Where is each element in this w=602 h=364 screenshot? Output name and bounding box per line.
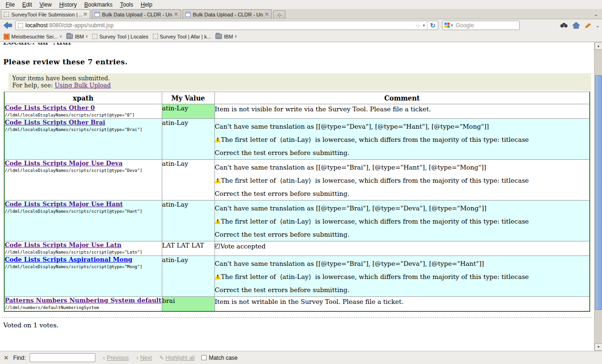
warning-icon	[215, 178, 221, 183]
bookmark-ibm-folder-2[interactable]: IBM ∨	[214, 33, 240, 40]
navigation-bar: localhost :8080/cldr-apps/submit.jsp ☆ ▼…	[0, 20, 602, 31]
column-header-my-value: My Value	[162, 92, 214, 104]
xpath-link[interactable]: Patterns Numbers Numbering System defaul…	[5, 297, 161, 304]
xpath-cell: Code Lists Scripts Aspirational Mong//ld…	[4, 256, 162, 297]
binoculars-icon[interactable]	[560, 23, 568, 28]
menu-history[interactable]: History	[55, 0, 80, 9]
bookmark-ibm-folder-1[interactable]: IBM ∨	[65, 33, 91, 40]
previous-chevron-icon: ‹	[103, 354, 105, 361]
vertical-scrollbar[interactable]: ▲ ▼	[594, 42, 602, 351]
highlight-all-button[interactable]: ✎ Highlight all	[159, 355, 195, 361]
xpath-cell: Code Lists Scripts Other Brai//ldml/loca…	[4, 119, 162, 160]
new-tab-button[interactable]: ⊹	[273, 10, 285, 19]
findbar-close-icon[interactable]: ✕	[4, 355, 8, 361]
xpath-cell: Patterns Numbers Numbering System defaul…	[4, 297, 162, 312]
scrollbar-down-icon[interactable]: ▼	[594, 343, 602, 351]
new-tab-icon: ⊹	[277, 12, 282, 18]
table-row: Code Lists Scripts Other Brai//ldml/loca…	[4, 119, 590, 160]
xpath-link[interactable]: Code Lists Scripts Other Brai	[5, 119, 105, 126]
tab-close-icon[interactable]: ✕	[173, 11, 178, 17]
match-case-toggle[interactable]: Match case	[201, 355, 238, 361]
find-next-button[interactable]: › Next	[136, 354, 152, 361]
tab-title: Bulk Data Upload - CLDR - Un...	[102, 12, 173, 17]
tab-close-icon[interactable]: ✕	[263, 11, 269, 17]
home-icon[interactable]	[572, 22, 580, 29]
favicon-placeholder-icon	[92, 34, 97, 39]
url-bar[interactable]: localhost :8080/cldr-apps/submit.jsp ☆ ▼…	[15, 21, 438, 30]
table-header-row: xpath My Value Comment	[4, 92, 590, 104]
comment-text: The first letter of ⟨atin-Lay⟩ is lowerc…	[221, 217, 529, 225]
tab-close-icon[interactable]: ✕	[82, 11, 87, 17]
column-header-comment: Comment	[214, 92, 590, 104]
urlbar-dropdown-icon[interactable]: ▼	[422, 23, 426, 28]
bookmark-survey-tool-locales[interactable]: Survey Tool | Locales	[91, 33, 151, 40]
search-engine-dropdown-icon[interactable]: ▼	[450, 23, 454, 28]
comment-line: Correct the test errors before submittin…	[215, 187, 590, 200]
back-button[interactable]	[2, 21, 13, 30]
menu-file[interactable]: File	[2, 0, 18, 9]
menu-bookmarks[interactable]: Bookmarks	[80, 0, 116, 9]
notice-line-2: For help, see: Using Bulk Upload	[12, 82, 587, 89]
xpath-path: //ldml/localeDisplayNames/scripts/script…	[5, 264, 143, 269]
addon-icon[interactable]	[585, 23, 591, 28]
comment-cell: Can't have same translation as [[@type="…	[214, 201, 590, 241]
xpath-path: //ldml/localeDisplayNames/scripts/script…	[5, 127, 143, 132]
comment-text: Can't have same translation as [[@type="…	[215, 204, 487, 212]
page-content: Locale: aa 'Afar' Please review these 7 …	[0, 42, 594, 351]
scrollbar-thumb[interactable]	[595, 75, 602, 310]
table-row: Patterns Numbers Numbering System defaul…	[4, 297, 590, 312]
my-value-cell: atin-Lay	[162, 160, 214, 201]
xpath-link[interactable]: Code Lists Scripts Major Use Deva	[5, 160, 123, 167]
search-box[interactable]: ▼	[442, 21, 520, 30]
bookmark-star-icon[interactable]: ☆	[415, 22, 421, 29]
tab-bulk-upload-1[interactable]: Bulk Data Upload - CLDR - Un... ✕	[92, 9, 181, 19]
toolbar-overflow-chevron-icon[interactable]: ⌄	[596, 23, 600, 28]
xpath-link[interactable]: Code Lists Scripts Major Use Latn	[5, 241, 121, 248]
checkbox-checked-icon	[215, 244, 220, 248]
menu-help[interactable]: Help	[137, 0, 156, 9]
using-bulk-upload-link[interactable]: Using Bulk Upload	[55, 82, 111, 89]
bookmark-survey-tool-afar[interactable]: Survey Tool | Afar | k...	[151, 33, 214, 40]
tab-surveytool-submission[interactable]: SurveyTool File Submission | ... ✕	[1, 9, 90, 19]
search-input[interactable]	[456, 22, 517, 29]
comment-text: Correct the test errors before submittin…	[215, 190, 349, 197]
menu-bar: File Edit View History Bookmarks Tools H…	[0, 0, 602, 9]
find-input[interactable]	[30, 353, 95, 362]
comment-line: Correct the test errors before submittin…	[215, 283, 590, 296]
comment-cell: Can't have same translation as [[@type="…	[214, 119, 590, 160]
menu-tools[interactable]: Tools	[116, 0, 137, 9]
submission-notice: Your items have been submitted. For help…	[8, 73, 591, 91]
bookmark-most-visited[interactable]: Meistbesuchte Sei... ∨	[2, 33, 65, 40]
xpath-cell: Code Lists Scripts Major Use Hant//ldml/…	[4, 201, 162, 241]
tab-list-chevron-icon[interactable]: ⌄	[594, 11, 601, 19]
comment-line: Item is not visible for write via the Su…	[215, 104, 590, 113]
comment-line: Item is not writable in the Survey Tool.…	[215, 297, 590, 305]
tab-bulk-upload-2[interactable]: Bulk Data Upload - CLDR - Un... ✕	[182, 9, 272, 19]
favicon-placeholder-icon	[153, 34, 158, 39]
xpath-link[interactable]: Code Lists Scripts Aspirational Mong	[5, 256, 132, 263]
xpath-link[interactable]: Code Lists Scripts Major Use Hant	[5, 201, 123, 208]
bookmark-dropdown-icon: ∨	[235, 34, 238, 39]
folder-icon	[215, 34, 222, 39]
dotted-separator	[2, 317, 592, 318]
google-engine-icon[interactable]	[444, 23, 450, 28]
comment-line: The first letter of ⟨atin-Lay⟩ is lowerc…	[215, 133, 590, 146]
find-bar: ✕ Find: ‹ Previous › Next ✎ Highlight al…	[0, 351, 602, 364]
menu-view[interactable]: View	[36, 0, 55, 9]
xpath-path: //ldml/localeDisplayNames/scripts/script…	[5, 250, 143, 255]
folder-icon	[66, 34, 73, 39]
match-case-checkbox[interactable]	[201, 355, 206, 360]
table-row: Code Lists Scripts Other 0//ldml/localeD…	[4, 104, 590, 119]
xpath-cell: Code Lists Scripts Major Use Latn//ldml/…	[4, 241, 162, 256]
my-value-cell: brai	[162, 297, 214, 312]
comment-text: Correct the test errors before submittin…	[215, 286, 349, 294]
xpath-path: //ldml/numbers/defaultNumberingSystem	[5, 305, 99, 310]
scrollbar-up-icon[interactable]: ▲	[594, 42, 602, 50]
reload-icon[interactable]: ↻	[427, 22, 436, 29]
warning-icon	[215, 219, 221, 224]
xpath-link[interactable]: Code Lists Scripts Other 0	[5, 104, 95, 111]
browser-window: File Edit View History Bookmarks Tools H…	[0, 0, 602, 364]
menu-edit[interactable]: Edit	[18, 0, 36, 9]
find-previous-button[interactable]: ‹ Previous	[103, 354, 129, 361]
comment-cell: Vote accepted	[214, 241, 590, 256]
